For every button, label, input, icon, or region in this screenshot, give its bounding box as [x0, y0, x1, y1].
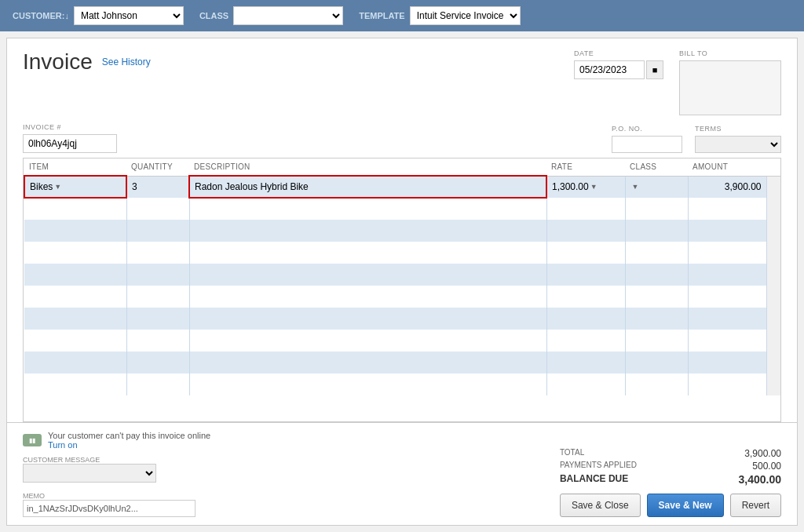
table-row [24, 286, 780, 308]
payment-icon: ▮▮ [23, 434, 42, 446]
header-scroll [766, 159, 780, 176]
header-item: ITEM [24, 159, 126, 176]
total-value: 3,900.00 [744, 448, 781, 459]
invoice-num-group: INVOICE # [23, 123, 117, 153]
table-row [24, 198, 780, 220]
date-input-wrap: ■ [574, 60, 663, 79]
online-notice-group: Your customer can't pay this invoice onl… [48, 431, 210, 450]
line-items-section: ITEM QUANTITY DESCRIPTION RATE CLASS AMO… [23, 158, 781, 422]
table-row [24, 373, 780, 395]
calendar-button[interactable]: ■ [646, 60, 663, 79]
top-bar: CUSTOMER:↓ Matt Johnson CLASS TEMPLATE I… [0, 0, 804, 31]
date-input[interactable] [574, 60, 645, 79]
rate-cell[interactable]: 1,300.00 ▼ [546, 176, 625, 198]
date-group: DATE ■ [574, 49, 663, 79]
terms-group: TERMS [695, 125, 781, 153]
po-label: P.O. NO. [612, 125, 682, 133]
qty-cell[interactable]: 3 [126, 176, 189, 198]
desc-cell[interactable]: Radon Jealous Hybrid Bike [189, 176, 546, 198]
class-group: CLASS [199, 6, 343, 25]
class-label: CLASS [199, 11, 228, 20]
table-row: Bikes ▼ 3 Radon Jealous Hybrid Bike 1,30… [24, 176, 780, 198]
footer-left: ▮▮ Your customer can't pay this invoice … [23, 431, 560, 517]
bill-to-label: BILL TO [679, 49, 781, 57]
table-row [24, 264, 780, 286]
customer-group: CUSTOMER:↓ Matt Johnson [13, 6, 184, 25]
balance-due-row: BALANCE DUE 3,400.00 [560, 473, 781, 486]
turn-on-link[interactable]: Turn on [48, 440, 78, 450]
header-amount: AMOUNT [688, 159, 766, 176]
invoice-header: Invoice See History DATE ■ BILL TO [7, 38, 797, 123]
main-content: Invoice See History DATE ■ BILL TO INVOI… [6, 38, 798, 526]
customer-select[interactable]: Matt Johnson [74, 6, 184, 25]
template-select[interactable]: Intuit Service Invoice [410, 6, 521, 25]
rate-dropdown-arrow[interactable]: ▼ [590, 183, 598, 191]
invoice-footer: ▮▮ Your customer can't pay this invoice … [7, 422, 797, 525]
table-row [24, 308, 780, 330]
memo-input[interactable] [23, 500, 196, 517]
item-value: Bikes [30, 181, 53, 192]
table-row [24, 352, 780, 373]
see-history-link[interactable]: See History [102, 56, 151, 67]
header-desc: DESCRIPTION [189, 159, 546, 176]
save-close-button[interactable]: Save & Close [560, 494, 641, 517]
header-class: CLASS [625, 159, 688, 176]
scroll-cell [766, 176, 780, 198]
po-input[interactable] [612, 136, 682, 153]
total-row: TOTAL 3,900.00 [560, 448, 781, 459]
payments-value: 500.00 [752, 461, 781, 472]
class-select[interactable] [233, 6, 343, 25]
template-group: TEMPLATE Intuit Service Invoice [359, 6, 520, 25]
terms-select[interactable] [695, 136, 781, 153]
item-cell[interactable]: Bikes ▼ [24, 176, 126, 198]
customer-message-select[interactable] [23, 464, 156, 483]
bill-to-group: BILL TO [679, 49, 781, 115]
rate-value: 1,300.00 [552, 181, 589, 192]
footer-right: TOTAL 3,900.00 PAYMENTS APPLIED 500.00 B… [560, 448, 781, 517]
header-qty: QUANTITY [126, 159, 189, 176]
memo-group: MEMO [23, 489, 560, 517]
invoice-meta: DATE ■ BILL TO [574, 49, 781, 115]
total-label: TOTAL [560, 448, 584, 459]
customer-label: CUSTOMER:↓ [13, 11, 69, 20]
invoice-num-input[interactable] [23, 134, 117, 153]
payments-row: PAYMENTS APPLIED 500.00 [560, 461, 781, 472]
balance-label: BALANCE DUE [560, 473, 628, 486]
row-class-arrow[interactable]: ▼ [632, 183, 639, 191]
balance-value: 3,400.00 [739, 473, 782, 486]
line-items-table: ITEM QUANTITY DESCRIPTION RATE CLASS AMO… [24, 159, 780, 395]
table-row [24, 242, 780, 264]
invoice-title-section: Invoice See History [23, 49, 151, 75]
date-label: DATE [574, 49, 663, 57]
bill-to-box [679, 60, 781, 115]
revert-button[interactable]: Revert [730, 494, 781, 517]
customer-message-group: CUSTOMER MESSAGE [23, 456, 560, 483]
online-payment-notice: ▮▮ Your customer can't pay this invoice … [23, 431, 560, 450]
template-label: TEMPLATE [359, 11, 404, 20]
header-rate: RATE [546, 159, 625, 176]
po-group: P.O. NO. [612, 125, 682, 153]
class-cell[interactable]: ▼ [625, 176, 688, 198]
online-notice-text: Your customer can't pay this invoice onl… [48, 431, 210, 440]
table-header-row: ITEM QUANTITY DESCRIPTION RATE CLASS AMO… [24, 159, 780, 176]
save-new-button[interactable]: Save & New [647, 494, 724, 517]
totals-section: TOTAL 3,900.00 PAYMENTS APPLIED 500.00 B… [560, 448, 781, 517]
table-row [24, 220, 780, 242]
invoice-title: Invoice [23, 49, 93, 75]
amount-cell: 3,900.00 [688, 176, 766, 198]
table-row [24, 330, 780, 352]
action-buttons: Save & Close Save & New Revert [560, 494, 781, 517]
terms-label: TERMS [695, 125, 781, 133]
item-dropdown-arrow[interactable]: ▼ [54, 183, 61, 191]
customer-message-label: CUSTOMER MESSAGE [23, 456, 560, 464]
memo-label: MEMO [23, 492, 560, 500]
invoice-num-label: INVOICE # [23, 123, 117, 131]
payments-label: PAYMENTS APPLIED [560, 461, 637, 472]
